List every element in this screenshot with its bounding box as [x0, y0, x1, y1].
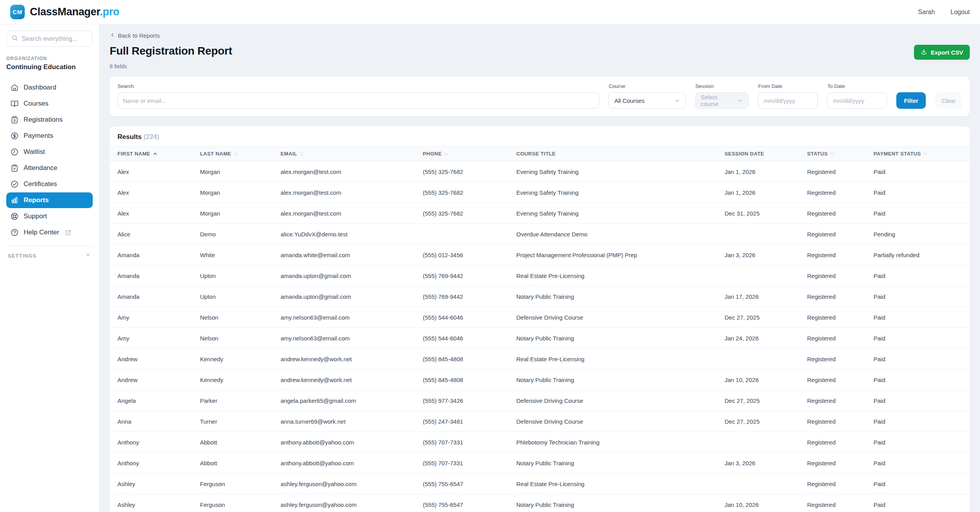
cell-phone: (555) 769-9442 [415, 286, 508, 307]
logout-link[interactable]: Logout [951, 9, 970, 16]
cell-payment-status: Paid [866, 265, 970, 286]
sidebar-item-waitlist[interactable]: Waitlist [6, 144, 93, 160]
column-label: STATUS [807, 151, 828, 157]
sidebar-item-courses[interactable]: Courses [6, 96, 93, 112]
cell-status: Registered [799, 390, 866, 411]
sidebar-item-dashboard[interactable]: Dashboard [6, 80, 93, 95]
brand[interactable]: CM ClassManager.pro [10, 5, 119, 19]
table-row: AlexMorganalex.morgan@test.com(555) 325-… [110, 182, 970, 203]
cell-email: anna.turner69@work.net [273, 411, 415, 432]
sidebar-item-registrations[interactable]: Registrations [6, 112, 93, 128]
sidebar-item-reports[interactable]: Reports [6, 192, 93, 208]
cell-last-name: Kennedy [192, 369, 273, 390]
sidebar-search[interactable] [6, 31, 93, 47]
filter-bar: Search Course All Courses Session Select… [110, 77, 970, 116]
filter-button[interactable]: Filter [896, 92, 926, 109]
download-icon [921, 49, 927, 56]
cell-first-name: Alex [110, 161, 192, 182]
chevron-left-icon [110, 32, 115, 39]
cell-course-title: Project Management Professional (PMP) Pr… [508, 245, 717, 265]
sidebar-item-label: Waitlist [24, 148, 45, 156]
sidebar-item-certificates[interactable]: Certificates [6, 176, 93, 192]
table-row: AmandaUptonamanda.upton@gmail.com(555) 7… [110, 265, 970, 286]
session-select[interactable]: Select course [695, 92, 749, 109]
column-label: FIRST NAME [117, 151, 150, 157]
cell-phone: (555) 325-7682 [415, 203, 508, 224]
sidebar-nav: DashboardCoursesRegistrationsPaymentsWai… [6, 80, 93, 240]
cell-session-date: Jan 3, 2026 [717, 245, 799, 265]
cell-email: alex.morgan@test.com [273, 203, 415, 224]
session-field-label: Session [695, 83, 749, 89]
from-date-input[interactable] [758, 92, 818, 109]
results-table: FIRST NAMELAST NAME↑↓EMAIL↑↓PHONE↑↓COURS… [110, 146, 970, 512]
cell-payment-status: Paid [866, 161, 970, 182]
cell-session-date: Jan 17, 2026 [717, 286, 799, 307]
cell-course-title: Evening Safety Training [508, 161, 717, 182]
cell-session-date: Jan 3, 2026 [717, 453, 799, 474]
cell-session-date: Jan 1, 2026 [717, 161, 799, 182]
cell-session-date [717, 432, 799, 453]
cell-last-name: Turner [192, 411, 273, 432]
cell-first-name: Andrew [110, 349, 192, 369]
cell-first-name: Alex [110, 203, 192, 224]
cell-status: Registered [799, 432, 866, 453]
column-label: EMAIL [281, 151, 297, 157]
to-date-label: To Date [827, 83, 887, 89]
organization-label: ORGANIZATION [6, 56, 93, 61]
cell-status: Registered [799, 224, 866, 245]
sidebar-item-payments[interactable]: Payments [6, 128, 93, 144]
sidebar-item-support[interactable]: Support [6, 208, 93, 224]
export-csv-button[interactable]: Export CSV [914, 45, 970, 60]
search-field-label: Search [117, 83, 599, 89]
sidebar-item-label: Dashboard [24, 84, 56, 91]
clear-button[interactable]: Clear [935, 92, 962, 109]
cell-course-title: Notary Public Training [508, 286, 717, 307]
column-header-phone[interactable]: PHONE↑↓ [415, 146, 508, 161]
cell-session-date [717, 474, 799, 494]
to-date-input[interactable] [827, 92, 887, 109]
column-header-email[interactable]: EMAIL↑↓ [273, 146, 415, 161]
book-icon [11, 100, 18, 108]
column-header-first-name[interactable]: FIRST NAME [110, 146, 192, 161]
sidebar-item-label: Courses [24, 100, 48, 108]
cell-status: Registered [799, 182, 866, 203]
back-to-reports-link[interactable]: Back to Reports [110, 32, 160, 39]
cell-status: Registered [799, 453, 866, 474]
sidebar-item-attendance[interactable]: Attendance [6, 160, 93, 176]
column-label: COURSE TITLE [516, 151, 556, 157]
cell-last-name: Abbott [192, 453, 273, 474]
cell-session-date: Dec 27, 2025 [717, 307, 799, 328]
column-header-payment-status[interactable]: PAYMENT STATUS↑↓ [866, 146, 970, 161]
filter-search-input[interactable] [117, 92, 599, 109]
cell-course-title: Notary Public Training [508, 494, 717, 512]
column-header-last-name[interactable]: LAST NAME↑↓ [192, 146, 273, 161]
cell-last-name: Abbott [192, 432, 273, 453]
course-select[interactable]: All Courses [609, 92, 686, 109]
column-header-course-title: COURSE TITLE [508, 146, 717, 161]
cell-status: Registered [799, 349, 866, 369]
column-header-status[interactable]: STATUS↑↓ [799, 146, 866, 161]
search-input[interactable] [22, 35, 88, 42]
sort-icon: ↑↓ [830, 151, 833, 157]
cell-email: amy.nelson63@email.com [273, 328, 415, 349]
cell-first-name: Amy [110, 307, 192, 328]
cell-last-name: Upton [192, 286, 273, 307]
results-panel: Results(224) FIRST NAMELAST NAME↑↓EMAIL↑… [110, 126, 970, 512]
from-date-label: From Date [758, 83, 818, 89]
cell-status: Registered [799, 307, 866, 328]
cell-status: Registered [799, 328, 866, 349]
settings-toggle[interactable]: SETTINGS [6, 252, 93, 260]
cell-last-name: Morgan [192, 161, 273, 182]
cell-email: andrew.kennedy@work.net [273, 369, 415, 390]
user-menu-link[interactable]: Sarah [918, 9, 935, 16]
page-title: Full Registration Report [110, 45, 232, 57]
sidebar-item-label: Attendance [24, 164, 57, 172]
home-icon [11, 84, 18, 91]
sidebar-item-help-center[interactable]: Help Center [6, 225, 93, 240]
cell-email: ashley.ferguson@yahoo.com [273, 494, 415, 512]
check-circle-icon [11, 180, 18, 188]
clock-icon [11, 148, 18, 156]
cell-session-date: Dec 27, 2025 [717, 390, 799, 411]
cell-last-name: Parker [192, 390, 273, 411]
organization-name: Continuing Education [6, 63, 93, 71]
